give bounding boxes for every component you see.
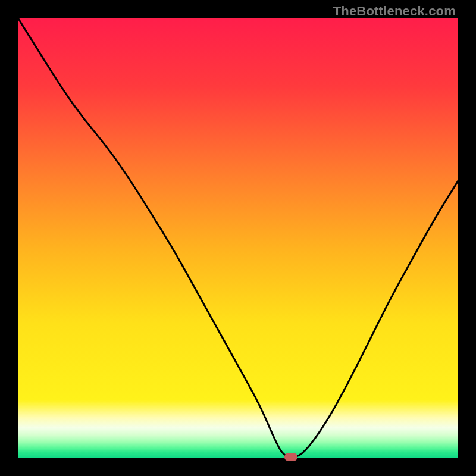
watermark-text: TheBottleneck.com xyxy=(333,4,456,19)
optimum-marker xyxy=(284,453,298,461)
plot-area xyxy=(18,18,458,458)
chart-frame: TheBottleneck.com xyxy=(0,0,476,476)
bottleneck-curve xyxy=(18,18,458,458)
